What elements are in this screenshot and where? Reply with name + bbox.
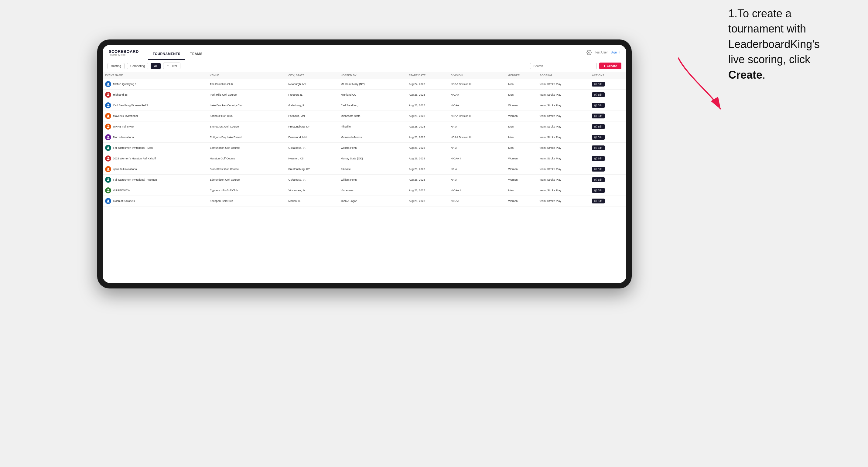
edit-icon-4 <box>594 125 597 128</box>
edit-button-10[interactable]: Edit <box>592 188 605 193</box>
cell-gender-5: Men <box>506 132 537 143</box>
tournaments-table-container[interactable]: EVENT NAME VENUE CITY, STATE HOSTED BY S… <box>103 72 626 283</box>
event-name-6: Fall Statesmen Invitational - Men <box>113 146 153 149</box>
svg-point-14 <box>107 178 109 180</box>
cell-gender-2: Women <box>506 100 537 111</box>
edit-button-3[interactable]: Edit <box>592 114 605 118</box>
team-icon-0 <box>105 81 111 87</box>
instruction-text: 1.To create a tournament with Leaderboar… <box>728 6 844 83</box>
edit-button-4[interactable]: Edit <box>592 124 605 129</box>
header-right: Test User Sign In <box>586 50 620 55</box>
competing-filter-btn[interactable]: Competing <box>127 63 148 69</box>
team-icon-10 <box>105 187 111 193</box>
cell-actions-11: Edit <box>589 196 626 207</box>
tab-tournaments[interactable]: TOURNAMENTS <box>148 48 185 60</box>
team-icon-9 <box>105 177 111 183</box>
cell-gender-4: Men <box>506 121 537 132</box>
hosting-filter-btn[interactable]: Hosting <box>107 63 125 69</box>
cell-event-7: 2023 Women's Hesston Fall Kickoff <box>103 153 208 164</box>
cell-date-8: Aug 28, 2023 <box>406 164 448 175</box>
cell-gender-0: Men <box>506 79 537 90</box>
instruction-period: . <box>762 69 765 81</box>
col-header-hosted: HOSTED BY <box>338 72 406 79</box>
cell-gender-11: Women <box>506 196 537 207</box>
cell-city-1: Freeport, IL <box>286 90 338 100</box>
table-row: VU PREVIEW Cypress Hills Golf Club Vince… <box>103 185 626 196</box>
create-plus: + <box>603 64 605 68</box>
cell-actions-9: Edit <box>589 175 626 185</box>
team-icon-7 <box>105 155 111 161</box>
cell-hosted-7: Murray State (OK) <box>338 153 406 164</box>
cell-division-7: NICAA II <box>448 153 506 164</box>
cell-venue-4: StoneCrest Golf Course <box>208 121 286 132</box>
cell-actions-4: Edit <box>589 121 626 132</box>
create-label: Create <box>607 64 617 68</box>
cell-scoring-11: team, Stroke Play <box>537 196 589 207</box>
cell-scoring-7: team, Stroke Play <box>537 153 589 164</box>
edit-button-0[interactable]: Edit <box>592 82 605 87</box>
cell-gender-3: Women <box>506 111 537 121</box>
edit-icon-2 <box>594 104 597 106</box>
event-name-10: VU PREVIEW <box>113 189 130 192</box>
logo-area: SCOREBOARD Powered by clippl <box>109 49 139 56</box>
table-row: Fall Statesmen Invitational - Men Edmund… <box>103 143 626 153</box>
event-name-5: Morris Invitational <box>113 136 134 139</box>
cell-scoring-9: team, Stroke Play <box>537 175 589 185</box>
event-name-9: Fall Statesmen Invitational - Women <box>113 178 157 181</box>
edit-button-7[interactable]: Edit <box>592 156 605 161</box>
team-logo-icon-10 <box>106 188 110 192</box>
cell-event-1: Highland 36 <box>103 90 208 100</box>
cell-division-5: NCAA Division III <box>448 132 506 143</box>
cell-scoring-1: team, Stroke Play <box>537 90 589 100</box>
edit-button-9[interactable]: Edit <box>592 177 605 182</box>
cell-hosted-1: Highland CC <box>338 90 406 100</box>
cell-division-6: NAIA <box>448 143 506 153</box>
event-name-8: upike fall invitational <box>113 167 137 170</box>
tab-teams[interactable]: TEAMS <box>185 48 208 60</box>
team-logo-icon-4 <box>106 124 110 129</box>
cell-city-3: Faribault, MN <box>286 111 338 121</box>
cell-venue-2: Lake Bracken Country Club <box>208 100 286 111</box>
cell-hosted-4: Pikeville <box>338 121 406 132</box>
logo-text: SCOREBOARD <box>109 49 139 54</box>
user-label: Test User <box>595 51 608 54</box>
edit-button-5[interactable]: Edit <box>592 135 605 140</box>
edit-icon-9 <box>594 179 597 181</box>
svg-point-15 <box>107 189 109 190</box>
cell-division-11: NICAA I <box>448 196 506 207</box>
edit-button-6[interactable]: Edit <box>592 146 605 150</box>
cell-venue-7: Hesston Golf Course <box>208 153 286 164</box>
table-row: 2023 Women's Hesston Fall Kickoff Hessto… <box>103 153 626 164</box>
cell-division-2: NICAA I <box>448 100 506 111</box>
cell-scoring-4: team, Stroke Play <box>537 121 589 132</box>
team-icon-2 <box>105 102 111 108</box>
cell-venue-10: Cypress Hills Golf Club <box>208 185 286 196</box>
all-filter-btn[interactable]: All <box>151 63 161 69</box>
edit-button-2[interactable]: Edit <box>592 103 605 108</box>
cell-actions-1: Edit <box>589 90 626 100</box>
cell-city-7: Hesston, KS <box>286 153 338 164</box>
filter-icon-btn[interactable]: Filter <box>163 63 180 69</box>
cell-venue-3: Faribault Golf Club <box>208 111 286 121</box>
gear-icon[interactable] <box>586 50 592 55</box>
cell-actions-3: Edit <box>589 111 626 121</box>
edit-button-1[interactable]: Edit <box>592 92 605 97</box>
edit-button-8[interactable]: Edit <box>592 167 605 172</box>
cell-event-8: upike fall invitational <box>103 164 208 175</box>
table-body: MSMC Qualifying 1 The Powelton Club Newb… <box>103 79 626 207</box>
edit-button-11[interactable]: Edit <box>592 198 605 204</box>
cell-hosted-9: William Penn <box>338 175 406 185</box>
team-logo-icon-9 <box>106 178 110 182</box>
svg-point-12 <box>107 157 109 158</box>
team-icon-8 <box>105 166 111 172</box>
filter-icon <box>166 64 169 67</box>
create-button[interactable]: + Create <box>599 63 621 69</box>
search-input[interactable] <box>530 63 597 69</box>
cell-scoring-5: team, Stroke Play <box>537 132 589 143</box>
cell-event-3: Maverick Invitational <box>103 111 208 121</box>
team-logo-icon-3 <box>106 114 110 118</box>
table-row: Klash at Kokopelli Kokopelli Golf Club M… <box>103 196 626 207</box>
cell-hosted-8: Pikeville <box>338 164 406 175</box>
cell-division-10: NICAA II <box>448 185 506 196</box>
sign-in-link[interactable]: Sign In <box>611 51 620 54</box>
